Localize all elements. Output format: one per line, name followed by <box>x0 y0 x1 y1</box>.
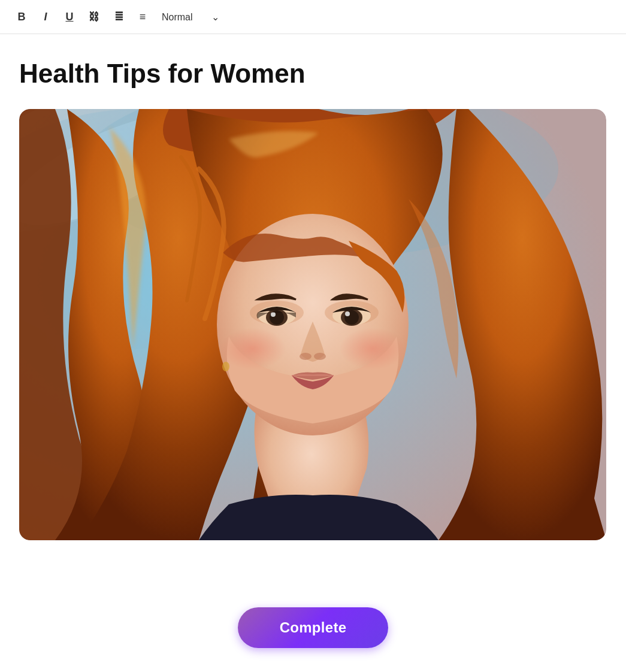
complete-button[interactable]: Complete <box>238 607 389 648</box>
hero-image <box>19 109 606 540</box>
article-title: Health Tips for Women <box>19 58 607 90</box>
svg-point-17 <box>314 353 326 360</box>
svg-point-11 <box>271 312 276 317</box>
chevron-down-icon: ⌄ <box>211 11 219 23</box>
unordered-list-button[interactable]: ≡ <box>133 7 152 26</box>
complete-button-wrapper: Complete <box>0 595 626 672</box>
svg-point-19 <box>340 328 406 370</box>
bold-button[interactable]: B <box>12 7 31 26</box>
ordered-list-button[interactable]: ≣ <box>109 7 128 26</box>
svg-point-18 <box>220 328 286 370</box>
link-icon: ⛓ <box>89 11 99 23</box>
toolbar: B I U ⛓ ≣ ≡ Normal Heading 1 Heading 2 H… <box>0 0 626 34</box>
hero-image-container <box>19 109 606 540</box>
italic-button[interactable]: I <box>36 7 55 26</box>
underline-button[interactable]: U <box>60 7 79 26</box>
unordered-list-icon: ≡ <box>140 11 146 23</box>
svg-point-16 <box>300 353 312 360</box>
style-select-wrapper: Normal Heading 1 Heading 2 Heading 3 Par… <box>162 11 219 23</box>
svg-point-15 <box>345 311 350 316</box>
content-area: Health Tips for Women <box>0 34 626 595</box>
svg-point-20 <box>222 362 229 371</box>
ordered-list-icon: ≣ <box>114 10 123 23</box>
link-button[interactable]: ⛓ <box>84 7 104 26</box>
style-select[interactable]: Normal Heading 1 Heading 2 Heading 3 Par… <box>162 12 209 22</box>
